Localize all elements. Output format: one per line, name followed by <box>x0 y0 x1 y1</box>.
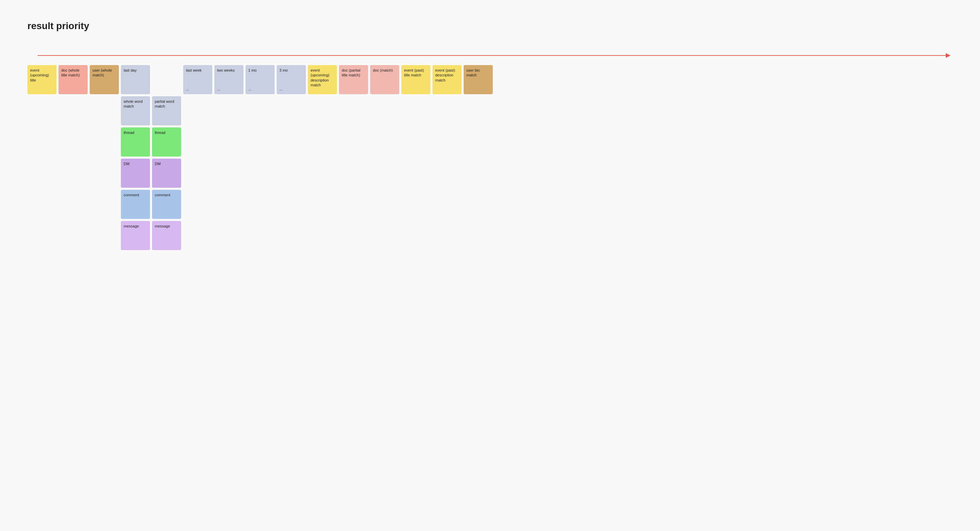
card-user-bio-match: user bio match <box>464 65 493 94</box>
diagram-container: event (upcoming) title doc (whole title … <box>27 52 953 250</box>
arrow-row <box>27 52 953 59</box>
card-event-past-desc: event (past) description match <box>433 65 461 94</box>
col-group-last-day: last day whole word match partial word m… <box>121 65 181 250</box>
cards-row: event (upcoming) title doc (whole title … <box>27 65 953 250</box>
card-message-right: message <box>152 221 181 250</box>
card-message-left: message <box>121 221 150 250</box>
card-event-upcoming-title: event (upcoming) title <box>27 65 57 94</box>
card-partial-word-match: partial word match <box>152 96 181 125</box>
card-doc-partial-title: doc (partial title match) <box>339 65 368 94</box>
card-two-weeks: two weeks ... <box>214 65 243 94</box>
card-doc-match: doc (match) <box>370 65 399 94</box>
card-one-mo: 1 mo ... <box>245 65 275 94</box>
card-whole-word-match: whole word match <box>121 96 150 125</box>
card-dm-left: DM <box>121 159 150 188</box>
sub-cards-dm: DM DM <box>121 159 181 188</box>
sub-cards-word: whole word match partial word match <box>121 96 181 125</box>
card-last-week: last week ... <box>183 65 212 94</box>
card-user-whole-match: user (whole match) <box>90 65 119 94</box>
card-three-mo: 3 mo ... <box>277 65 306 94</box>
card-event-past-title: event (past) title match <box>401 65 430 94</box>
card-last-day: last day <box>121 65 150 94</box>
page-title: result priority <box>27 21 953 32</box>
card-event-upcoming-desc: event (upcoming) description match <box>308 65 337 94</box>
sub-cards-comment: comment comment <box>121 190 181 219</box>
card-thread-left: thread <box>121 128 150 156</box>
card-comment-right: comment <box>152 190 181 219</box>
card-comment-left: comment <box>121 190 150 219</box>
sub-cards-thread: thread thread <box>121 128 181 156</box>
card-dm-right: DM <box>152 159 181 188</box>
sub-cards-message: message message <box>121 221 181 250</box>
arrow-head <box>946 53 951 58</box>
arrow-line <box>38 55 949 56</box>
card-thread-right: thread <box>152 128 181 156</box>
card-doc-whole-title-match: doc (whole title match) <box>59 65 88 94</box>
